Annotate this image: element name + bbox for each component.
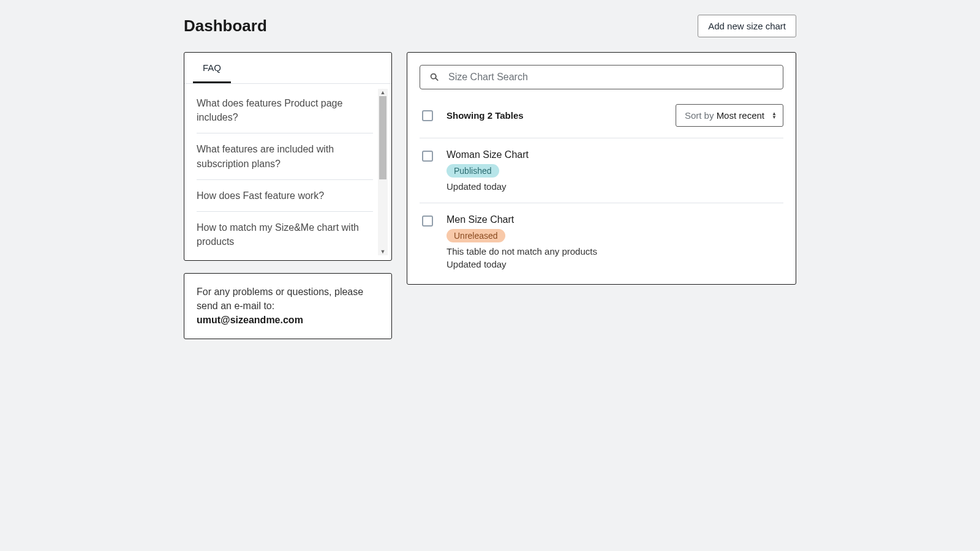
page-title: Dashboard: [184, 17, 267, 36]
search-input[interactable]: [448, 72, 774, 83]
faq-tabs: FAQ: [184, 53, 391, 83]
list-header: Showing 2 Tables Sort by Most recent ▲▼: [420, 99, 783, 138]
faq-list: What does features Product page includes…: [197, 92, 373, 252]
faq-item[interactable]: What does features Product page includes…: [197, 92, 373, 133]
chart-info: Woman Size Chart Published Updated today: [447, 149, 783, 192]
select-all-checkbox[interactable]: [422, 110, 433, 121]
contact-card: For any problems or questions, please se…: [184, 273, 392, 339]
scrollbar-thumb[interactable]: [379, 96, 386, 179]
faq-item[interactable]: How does Fast feature work?: [197, 180, 373, 212]
chart-updated: Updated today: [447, 259, 783, 269]
scroll-down-icon[interactable]: ▼: [378, 248, 388, 255]
scrollbar-track[interactable]: [378, 96, 388, 248]
scroll-up-icon[interactable]: ▲: [378, 89, 388, 96]
chart-name: Woman Size Chart: [447, 149, 783, 160]
chart-info: Men Size Chart Unreleased This table do …: [447, 214, 783, 269]
page-header: Dashboard Add new size chart: [184, 15, 796, 37]
showing-count: Showing 2 Tables: [447, 110, 524, 121]
add-new-size-chart-button[interactable]: Add new size chart: [698, 15, 796, 37]
chart-note: This table do not match any products: [447, 246, 783, 257]
row-checkbox[interactable]: [422, 216, 433, 227]
contact-prefix: For any problems or questions, please se…: [197, 287, 363, 311]
sort-value: Most recent: [717, 110, 764, 121]
size-chart-row[interactable]: Woman Size Chart Published Updated today: [420, 138, 783, 203]
search-icon: [429, 72, 440, 83]
contact-email: umut@sizeandme.com: [197, 315, 303, 325]
size-charts-card: Showing 2 Tables Sort by Most recent ▲▼ …: [407, 52, 796, 285]
chart-name: Men Size Chart: [447, 214, 783, 225]
faq-card: FAQ What does features Product page incl…: [184, 52, 392, 261]
sort-label: Sort by: [685, 110, 717, 121]
row-checkbox[interactable]: [422, 151, 433, 162]
faq-item[interactable]: What features are included with subscrip…: [197, 133, 373, 179]
tab-faq[interactable]: FAQ: [193, 53, 231, 83]
sort-arrows-icon: ▲▼: [772, 112, 777, 119]
search-field-wrap[interactable]: [420, 65, 783, 89]
status-badge: Unreleased: [447, 229, 505, 242]
sort-select[interactable]: Sort by Most recent ▲▼: [676, 104, 783, 127]
chart-updated: Updated today: [447, 181, 783, 192]
faq-item[interactable]: How to match my Size&Me chart with produ…: [197, 212, 373, 252]
size-chart-row[interactable]: Men Size Chart Unreleased This table do …: [420, 203, 783, 272]
contact-text: For any problems or questions, please se…: [197, 285, 379, 328]
status-badge: Published: [447, 164, 499, 178]
faq-scrollbar[interactable]: ▲ ▼: [378, 89, 388, 255]
